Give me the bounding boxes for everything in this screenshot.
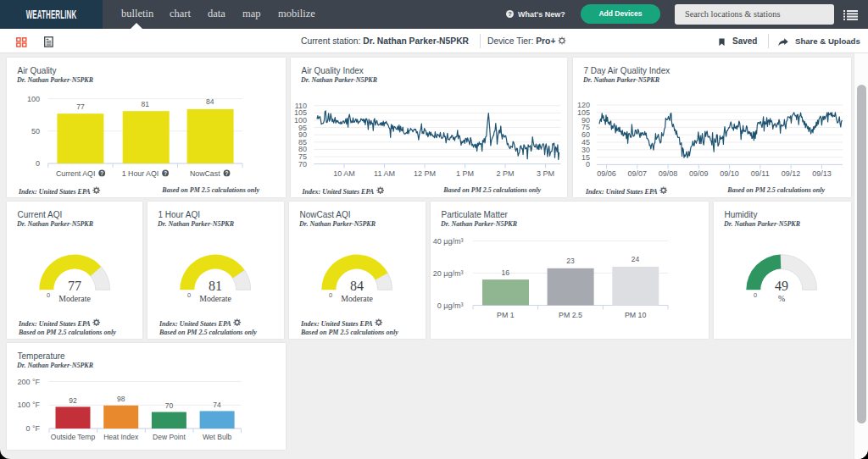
svg-text:100: 100 — [27, 95, 40, 103]
svg-text:77: 77 — [76, 102, 85, 111]
svg-text:81: 81 — [142, 100, 150, 108]
svg-text:2 PM: 2 PM — [497, 169, 515, 178]
svg-text:0 °F: 0 °F — [25, 424, 40, 433]
svg-text:70: 70 — [298, 160, 307, 169]
svg-text:09/13: 09/13 — [812, 169, 832, 178]
svg-text:70: 70 — [165, 401, 174, 410]
svg-text:81: 81 — [209, 279, 222, 293]
svg-text:Moderate: Moderate — [58, 294, 91, 303]
svg-text:74: 74 — [213, 401, 221, 409]
svg-text:0: 0 — [586, 160, 590, 169]
svg-text:0 µg/m³: 0 µg/m³ — [437, 301, 464, 310]
svg-text:49: 49 — [775, 279, 788, 293]
svg-text:PM 2.5: PM 2.5 — [559, 311, 582, 319]
svg-text:09/11: 09/11 — [751, 169, 770, 178]
svg-text:09/07: 09/07 — [628, 169, 648, 178]
svg-text:?: ? — [164, 170, 167, 176]
svg-text:92: 92 — [69, 396, 77, 405]
svg-text:23: 23 — [566, 257, 575, 265]
svg-text:98: 98 — [117, 395, 125, 403]
svg-text:PM 1: PM 1 — [497, 311, 515, 319]
svg-text:Heat Index: Heat Index — [103, 433, 139, 441]
svg-text:09/12: 09/12 — [782, 169, 801, 178]
svg-text:Outside Temp: Outside Temp — [51, 433, 96, 441]
svg-text:200 °F: 200 °F — [17, 378, 40, 386]
svg-text:?: ? — [100, 170, 103, 176]
svg-text:84: 84 — [350, 279, 364, 293]
svg-text:84: 84 — [206, 97, 214, 106]
svg-text:100 °F: 100 °F — [17, 401, 40, 409]
svg-text:0: 0 — [47, 291, 50, 299]
svg-text:1 Hour AQI: 1 Hour AQI — [122, 169, 159, 178]
svg-text:09/06: 09/06 — [597, 169, 616, 178]
svg-text:77: 77 — [68, 279, 81, 293]
svg-text:Dew Point: Dew Point — [153, 433, 186, 441]
svg-text:0: 0 — [754, 291, 757, 299]
svg-text:40 µg/m³: 40 µg/m³ — [433, 237, 464, 246]
svg-text:3 PM: 3 PM — [537, 169, 554, 178]
svg-text:%: % — [778, 294, 785, 303]
svg-text:11 AM: 11 AM — [374, 169, 395, 178]
svg-text:Current AQI: Current AQI — [56, 169, 95, 178]
svg-text:0: 0 — [187, 291, 191, 299]
svg-text:0: 0 — [329, 291, 332, 299]
svg-text:PM 10: PM 10 — [625, 311, 647, 319]
svg-text:0: 0 — [36, 159, 40, 168]
svg-text:09/10: 09/10 — [720, 169, 739, 178]
svg-text:12 PM: 12 PM — [414, 169, 436, 178]
svg-text:Moderate: Moderate — [341, 294, 373, 303]
svg-text:?: ? — [225, 170, 229, 176]
svg-text:1 PM: 1 PM — [456, 169, 474, 178]
svg-text:09/08: 09/08 — [659, 169, 678, 178]
svg-text:24: 24 — [632, 255, 640, 263]
svg-text:Wet Bulb: Wet Bulb — [203, 433, 232, 441]
svg-text:Moderate: Moderate — [199, 294, 231, 303]
svg-text:09/09: 09/09 — [689, 169, 709, 178]
svg-text:20 µg/m³: 20 µg/m³ — [433, 269, 464, 278]
svg-text:50: 50 — [31, 127, 40, 135]
svg-text:16: 16 — [502, 268, 510, 277]
svg-text:NowCast: NowCast — [190, 169, 220, 178]
svg-text:10 AM: 10 AM — [333, 169, 355, 178]
